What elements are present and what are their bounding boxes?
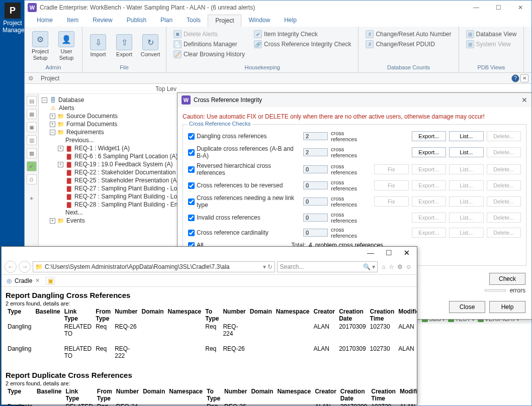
check-invalid[interactable]: Invalid cross references (188, 214, 300, 221)
delete-duplicate-button[interactable]: Delete... (487, 147, 521, 157)
menubar: Home Item Review Publish Plan Tools Proj… (25, 15, 531, 27)
forward-button[interactable]: → (19, 261, 31, 273)
report1-title: Report Dangling Cross References (6, 291, 413, 299)
export-dangling-button[interactable]: Export... (412, 131, 446, 141)
ribbon: ⚙Project Setup 👤User Setup Admin ⇩Import… (25, 27, 531, 73)
browser-window: — ☐ ✕ ← → 📁C:\Users\System Administrator… (1, 246, 417, 405)
browser-minimize-button[interactable]: — (366, 249, 376, 257)
delete-dangling-button[interactable]: Delete... (487, 131, 521, 141)
report2-title: Report Duplicate Cross References (6, 371, 413, 379)
list-dangling-button[interactable]: List... (449, 131, 483, 141)
help-button[interactable]: Help (489, 301, 525, 313)
checks-groupbox: Cross Reference Checks Dangling cross re… (183, 124, 526, 266)
tool-3[interactable]: ▣ (27, 122, 37, 132)
report1-table: TypeBaselineLink TypeFrom TypeNumberDoma… (6, 308, 417, 367)
search-input[interactable]: Search...🔍 ▾ (277, 261, 378, 272)
item-integrity-button[interactable]: ✔Item Integrity Check (253, 30, 352, 39)
tool-6[interactable]: ✔ (27, 161, 37, 171)
check-button[interactable]: Check (489, 273, 525, 285)
browser-maximize-button[interactable]: ☐ (384, 249, 394, 257)
close-button[interactable]: ✕ (509, 1, 531, 15)
settings-icon[interactable]: ⚙ (397, 263, 403, 270)
menu-item[interactable]: Item (60, 15, 85, 27)
tool-5[interactable]: ▩ (27, 148, 37, 158)
app-icon: W (28, 3, 37, 12)
favorites-icon[interactable]: ☆ (389, 263, 394, 270)
tool-7[interactable]: ⎙ (27, 174, 37, 184)
database-view-button[interactable]: ⊞Database View (465, 30, 518, 39)
check-tobe-reversed[interactable]: Cross references to be reversed (188, 182, 300, 189)
desktop-shortcut[interactable]: P Project Manage (3, 3, 23, 34)
emoji-icon[interactable]: ☺ (406, 263, 412, 270)
menu-home[interactable]: Home (30, 15, 60, 27)
check-reversed[interactable]: Reversed hierarchical cross references (188, 162, 300, 176)
maximize-button[interactable]: ☐ (487, 1, 509, 15)
close-button[interactable]: Close (449, 301, 485, 313)
menu-plan[interactable]: Plan (153, 15, 180, 27)
close-panel-icon[interactable]: ✕ (520, 74, 528, 82)
project-bar: ⚙ Project ?✕ (25, 73, 531, 84)
errors-field[interactable] (485, 289, 506, 291)
new-tab-icon[interactable]: ▣ (46, 277, 55, 285)
convert-button[interactable]: ↻Convert (139, 29, 162, 63)
menu-project[interactable]: Project (208, 15, 241, 27)
check-duplicate[interactable]: Duplicate cross references (A-B and B-A) (188, 145, 300, 159)
menu-window[interactable]: Window (241, 15, 277, 27)
export-button[interactable]: ⇧Export (113, 29, 136, 63)
clear-history-button[interactable]: 🧹Clear Browsing History (172, 50, 246, 59)
auto-number-button[interactable]: #Change/Reset Auto Number (365, 30, 452, 39)
pduid-button[interactable]: #Change/Reset PDUID (365, 40, 452, 49)
menu-help[interactable]: Help (277, 15, 304, 27)
gear-icon[interactable]: ⚙ (25, 75, 37, 82)
tool-2[interactable]: ▦ (27, 109, 37, 119)
dialog-icon: W (182, 95, 191, 105)
xref-integrity-button[interactable]: 🔗Cross Reference Integrity Check (253, 40, 352, 49)
help-icon[interactable]: ? (511, 74, 519, 82)
dialog-close-icon[interactable]: ✕ (521, 96, 527, 104)
definitions-manager-button[interactable]: 📄Definitions Manager (172, 40, 246, 49)
address-bar[interactable]: 📁C:\Users\System Administrator\AppData\R… (33, 261, 275, 272)
dialog-title: Cross Reference Integrity (194, 96, 262, 104)
check-cardinality[interactable]: Cross reference cardinality (188, 229, 300, 236)
system-view-button[interactable]: ⊞System View (465, 40, 518, 49)
tool-1[interactable]: ▤ (27, 96, 37, 106)
tool-4[interactable]: ▥ (27, 135, 37, 145)
check-newlink[interactable]: Cross references needing a new link type (188, 194, 300, 209)
fix-reversed-button[interactable]: Fix (374, 164, 408, 174)
check-dangling[interactable]: Dangling cross references (188, 133, 300, 140)
tool-8[interactable]: ✶ (27, 193, 37, 204)
browser-tab[interactable]: ◎Cradle✕ ▣ (2, 275, 417, 287)
menu-publish[interactable]: Publish (120, 15, 153, 27)
home-icon[interactable]: ⌂ (382, 263, 385, 270)
user-setup-button[interactable]: 👤User Setup (55, 29, 78, 63)
minimize-button[interactable]: — (465, 1, 487, 15)
browser-close-button[interactable]: ✕ (402, 249, 412, 257)
report2-table: TypeBaselineLink TypeFrom TypeNumberDoma… (6, 387, 417, 406)
titlebar: W Cradle Enterprise: WorkBench - Water S… (25, 1, 531, 15)
import-button[interactable]: ⇩Import (86, 29, 110, 63)
export-duplicate-button[interactable]: Export... (412, 147, 446, 157)
menu-tools[interactable]: Tools (180, 15, 208, 27)
window-title: Cradle Enterprise: WorkBench - Water Sam… (40, 4, 255, 11)
delete-alerts-button[interactable]: ✖Delete Alerts (172, 30, 246, 39)
list-duplicate-button[interactable]: List... (449, 147, 483, 157)
back-button[interactable]: ← (5, 261, 17, 273)
menu-review[interactable]: Review (85, 15, 119, 27)
project-setup-button[interactable]: ⚙Project Setup (29, 29, 52, 63)
